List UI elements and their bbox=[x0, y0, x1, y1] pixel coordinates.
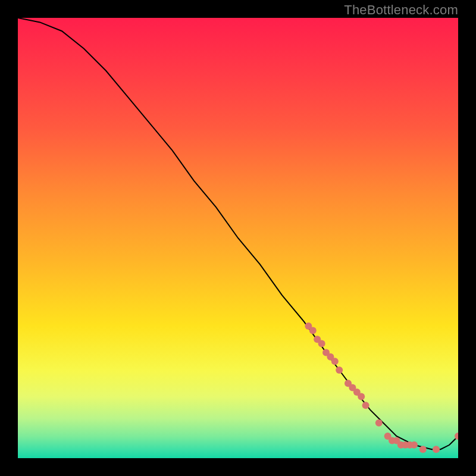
watermark-text: TheBottleneck.com bbox=[344, 2, 458, 18]
data-point-marker bbox=[318, 340, 325, 347]
chart-stage: TheBottleneck.com bbox=[0, 0, 476, 476]
data-point-marker bbox=[362, 402, 369, 409]
data-point-marker bbox=[309, 327, 317, 334]
data-point-marker bbox=[336, 367, 343, 374]
data-point-marker bbox=[375, 419, 383, 427]
data-point-marker bbox=[331, 358, 339, 365]
data-point-marker bbox=[433, 446, 440, 453]
data-point-marker bbox=[419, 446, 427, 453]
plot-area bbox=[18, 18, 458, 458]
bottleneck-chart bbox=[18, 18, 458, 458]
data-point-marker bbox=[358, 393, 365, 400]
data-point-marker bbox=[411, 441, 418, 449]
